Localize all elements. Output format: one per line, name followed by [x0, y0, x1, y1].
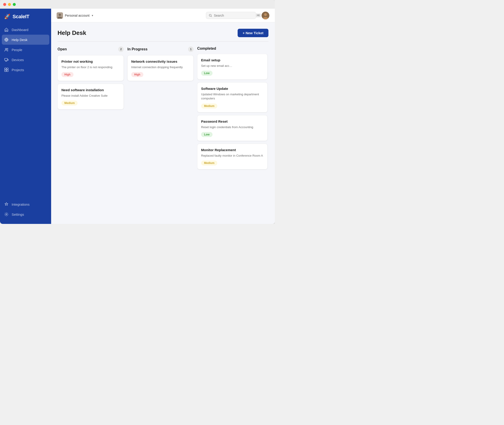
sidebar-item-dashboard[interactable]: Dashboard — [0, 25, 51, 35]
priority-badge: High — [131, 72, 143, 77]
svg-point-10 — [6, 214, 7, 215]
svg-point-1 — [6, 39, 7, 40]
search-bar[interactable]: ⌘K — [206, 12, 256, 19]
svg-point-3 — [7, 48, 8, 49]
new-ticket-button[interactable]: + New Ticket — [238, 29, 268, 37]
ticket-card-email[interactable]: Email setup Set up new email acc… Low — [197, 54, 267, 80]
svg-rect-9 — [7, 70, 8, 72]
card-title: Monitor Replacement — [201, 148, 264, 152]
svg-rect-6 — [5, 68, 6, 70]
kanban-board: Open 2 Printer not working The printer o… — [58, 46, 268, 224]
card-desc: Internet connection dropping frequently — [131, 65, 190, 69]
search-icon — [209, 14, 212, 17]
ticket-card-printer[interactable]: Printer not working The printer on floor… — [58, 55, 124, 81]
home-icon — [4, 27, 9, 32]
svg-rect-8 — [5, 70, 6, 72]
logo-icon: 🚀 — [4, 14, 10, 20]
sidebar-item-projects[interactable]: Projects — [0, 65, 51, 75]
card-title: Printer not working — [61, 60, 120, 63]
ticket-card-softwareupdate[interactable]: Software Update Updated Windows on marke… — [197, 82, 267, 112]
card-title: Software Update — [201, 87, 264, 91]
svg-point-2 — [5, 48, 7, 50]
card-desc: Reset login credentials from Accounting — [201, 125, 264, 129]
ticket-card-password[interactable]: Password Reset Reset login credentials f… — [197, 115, 267, 141]
sidebar-item-label: Help Desk — [12, 38, 27, 42]
settings-icon — [4, 212, 9, 217]
account-name: Personal account — [65, 14, 89, 17]
search-shortcut: ⌘K — [256, 13, 261, 17]
app-window: 🚀 ScaleIT Dashboard — [0, 0, 275, 224]
sidebar-item-label: Integrations — [12, 202, 29, 206]
page-content: Help Desk + New Ticket Open 2 Printer no… — [51, 22, 275, 224]
devices-icon — [4, 57, 9, 62]
col-header-inprogress: In Progress 1 — [127, 46, 194, 52]
sidebar-item-settings[interactable]: Settings — [0, 209, 51, 219]
minimize-button[interactable] — [8, 3, 11, 6]
col-header-completed: Completed — [197, 46, 268, 51]
search-input[interactable] — [214, 14, 254, 17]
page-divider — [58, 41, 268, 41]
card-title: Network connectivity issues — [131, 60, 190, 63]
completed-cards: Email setup Set up new email acc… Low So… — [197, 54, 268, 224]
sidebar-item-devices[interactable]: Devices — [0, 55, 51, 65]
main-content: Personal account ▾ ⌘K — [51, 9, 275, 224]
priority-badge: Low — [201, 132, 212, 137]
card-title: Email setup — [201, 58, 264, 62]
account-switcher[interactable]: Personal account ▾ — [57, 12, 93, 19]
close-button[interactable] — [3, 3, 6, 6]
user-avatar — [262, 12, 269, 19]
page-title: Help Desk — [58, 29, 86, 36]
sidebar-item-label: Projects — [12, 68, 24, 72]
col-badge-inprogress: 1 — [188, 46, 194, 52]
priority-badge: Low — [201, 71, 212, 76]
maximize-button[interactable] — [13, 3, 16, 6]
card-title: Need software installation — [61, 88, 120, 92]
sidebar-item-label: Devices — [12, 58, 24, 62]
col-title-inprogress: In Progress — [127, 47, 147, 51]
account-avatar — [57, 12, 63, 19]
card-desc: Set up new email acc… — [201, 64, 264, 68]
sidebar-item-label: Dashboard — [12, 28, 28, 32]
integrations-icon — [4, 202, 9, 206]
card-desc: Updated Windows on marketing department … — [201, 92, 264, 100]
chevron-down-icon: ▾ — [92, 14, 93, 17]
people-icon — [4, 47, 9, 52]
priority-badge: Medium — [201, 160, 217, 166]
card-title: Password Reset — [201, 120, 264, 123]
priority-badge: Medium — [61, 100, 78, 106]
page-header: Help Desk + New Ticket — [58, 29, 268, 37]
sidebar: 🚀 ScaleIT Dashboard — [0, 9, 51, 224]
sidebar-nav: Dashboard Help Desk — [0, 25, 51, 199]
priority-badge: Medium — [201, 104, 217, 108]
sidebar-item-label: People — [12, 48, 22, 52]
svg-rect-7 — [7, 68, 8, 70]
svg-rect-4 — [5, 58, 7, 60]
col-title-open: Open — [58, 47, 67, 51]
sidebar-bottom: Integrations Settings — [0, 199, 51, 219]
col-title-completed: Completed — [197, 46, 216, 51]
card-desc: Replaced faulty monitor in Conference Ro… — [201, 154, 264, 158]
sidebar-item-people[interactable]: People — [0, 45, 51, 55]
ticket-card-software[interactable]: Need software installation Please instal… — [58, 84, 124, 109]
ticket-card-monitor[interactable]: Monitor Replacement Replaced faulty moni… — [197, 144, 267, 169]
priority-badge: High — [61, 72, 74, 77]
svg-point-12 — [59, 14, 61, 16]
sidebar-item-helpdesk[interactable]: Help Desk — [2, 35, 49, 45]
svg-point-16 — [264, 13, 267, 16]
kanban-col-inprogress: In Progress 1 Network connectivity issue… — [127, 46, 194, 224]
topbar: Personal account ▾ ⌘K — [51, 9, 275, 22]
col-badge-open: 2 — [118, 46, 124, 52]
app-name: ScaleIT — [13, 14, 29, 20]
card-desc: Please install Adobe Creative Suite — [61, 94, 120, 98]
ticket-card-network[interactable]: Network connectivity issues Internet con… — [127, 55, 194, 81]
projects-icon — [4, 67, 9, 72]
svg-rect-5 — [7, 59, 8, 60]
kanban-col-completed: Completed Email setup Set up new email a… — [197, 46, 268, 224]
titlebar — [0, 0, 275, 9]
sidebar-item-integrations[interactable]: Integrations — [0, 199, 51, 209]
card-desc: The printer on floor 2 is not responding — [61, 65, 120, 69]
app-logo: 🚀 ScaleIT — [0, 9, 51, 25]
col-header-open: Open 2 — [58, 46, 124, 52]
kanban-col-open: Open 2 Printer not working The printer o… — [58, 46, 124, 224]
sidebar-item-label: Settings — [12, 212, 24, 216]
